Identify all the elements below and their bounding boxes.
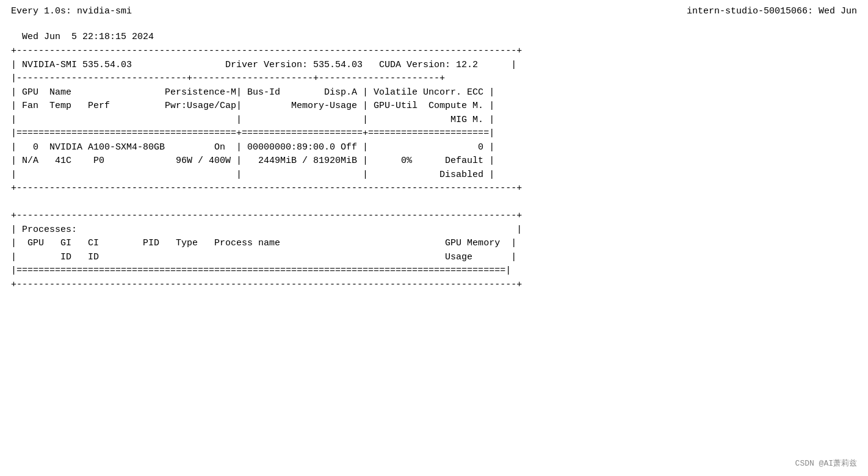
watermark: CSDN @AI萧莉兹 [795,458,857,469]
separator2: |=======================================… [11,128,494,139]
proc-col2: | ID ID Usage | [11,252,516,262]
timestamp: Wed Jun 5 22:18:15 2024 [22,32,154,42]
header-row: | NVIDIA-SMI 535.54.03 Driver Version: 5… [11,60,516,70]
gpu-row3: | | | Disabled | [11,170,494,180]
col-header2: | Fan Temp Perf Pwr:Usage/Cap| Memory-Us… [11,101,494,111]
timestamp-line: Wed Jun 5 22:18:15 2024 [11,21,857,42]
proc-header: | Processes: | [11,225,522,235]
col-header3: | | | MIG M. | [11,115,494,125]
header-right: intern-studio-50015066: Wed Jun [687,6,857,16]
separator1: |-------------------------------+-------… [11,73,445,84]
col-header1: | GPU Name Persistence-M| Bus-Id Disp.A … [11,87,494,98]
header-line: Every 1.0s: nvidia-smi intern-studio-500… [11,6,857,16]
proc-border-top: +---------------------------------------… [11,211,522,221]
gpu-row2: | N/A 41C P0 96W / 400W | 2449MiB / 8192… [11,156,494,166]
nvidia-smi-output: +---------------------------------------… [11,45,857,292]
gpu-row1: | 0 NVIDIA A100-SXM4-80GB On | 00000000:… [11,142,494,153]
proc-col1: | GPU GI CI PID Type Process name GPU Me… [11,238,516,248]
border-top: +---------------------------------------… [11,46,522,56]
header-left: Every 1.0s: nvidia-smi [11,6,132,16]
border-bot: +---------------------------------------… [11,183,522,193]
proc-sep: |=======================================… [11,265,511,276]
proc-border-bot: +---------------------------------------… [11,279,522,290]
